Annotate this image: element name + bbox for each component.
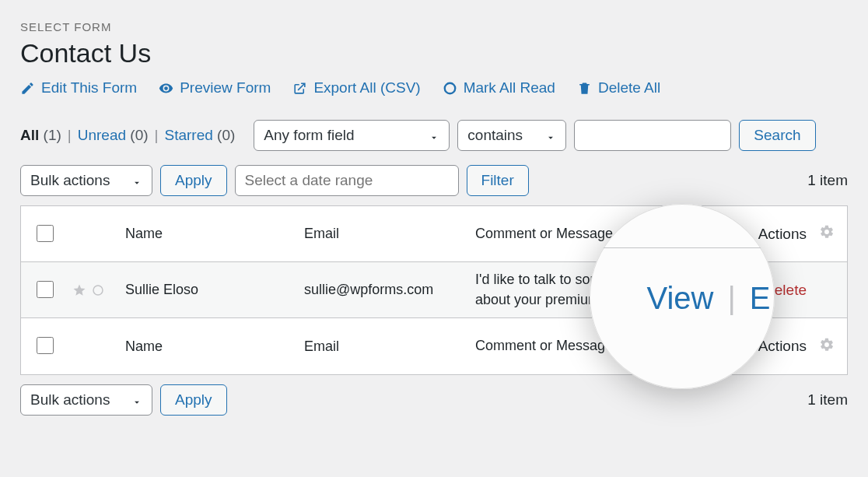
col-header-name[interactable]: Name	[125, 226, 304, 242]
circle-icon	[443, 81, 457, 96]
eye-icon	[159, 81, 173, 96]
tab-unread-label: Unread	[78, 127, 126, 143]
svg-point-0	[93, 286, 103, 295]
export-icon	[292, 81, 307, 96]
cell-email: sullie@wpforms.com	[304, 282, 475, 298]
chevron-down-icon	[429, 130, 439, 141]
col-header-email[interactable]: Email	[304, 226, 475, 242]
tab-all-label: All	[20, 127, 39, 143]
separator: |	[727, 281, 735, 316]
bulk-row-bottom: Bulk actions Apply 1 item	[20, 384, 848, 416]
tab-starred-count: (0)	[217, 127, 235, 143]
tab-starred[interactable]: Starred (0)	[165, 127, 236, 144]
mark-all-read-link[interactable]: Mark All Read	[443, 79, 555, 96]
star-icon[interactable]	[72, 283, 86, 297]
preview-form-link[interactable]: Preview Form	[159, 79, 271, 96]
bulk-actions-select[interactable]: Bulk actions	[20, 165, 152, 196]
tab-starred-label: Starred	[165, 127, 213, 143]
tab-all[interactable]: All (1)	[20, 127, 61, 144]
operator-select[interactable]: contains	[457, 120, 566, 151]
mark-all-read-label: Mark All Read	[464, 79, 555, 96]
table-settings-gear-bottom[interactable]	[807, 337, 835, 356]
apply-button[interactable]: Apply	[160, 165, 227, 196]
trash-icon	[577, 81, 592, 96]
bulk-actions-value-bottom: Bulk actions	[30, 391, 110, 409]
select-form-label: SELECT FORM	[20, 20, 848, 33]
magnified-view-link: View	[646, 281, 713, 316]
status-tabs: All (1) | Unread (0) | Starred (0)	[20, 127, 235, 144]
chevron-down-icon	[545, 130, 556, 141]
search-input[interactable]	[574, 120, 731, 151]
export-csv-label: Export All (CSV)	[313, 79, 420, 96]
select-all-checkbox-bottom[interactable]	[37, 337, 54, 354]
bulk-actions-value: Bulk actions	[30, 172, 110, 189]
gear-icon	[819, 224, 835, 240]
bulk-actions-select-bottom[interactable]: Bulk actions	[20, 384, 152, 416]
export-csv-link[interactable]: Export All (CSV)	[292, 79, 420, 96]
magnifier-divider	[590, 247, 775, 248]
filter-row: All (1) | Unread (0) | Starred (0) Any f…	[20, 120, 848, 151]
tab-all-count: (1)	[44, 127, 61, 143]
pencil-icon	[20, 81, 35, 96]
filter-button[interactable]: Filter	[467, 165, 529, 196]
gear-icon	[819, 337, 835, 352]
item-count-bottom: 1 item	[807, 391, 848, 409]
delete-all-link[interactable]: Delete All	[577, 79, 660, 96]
cell-name: Sullie Eloso	[125, 282, 304, 298]
item-count-top: 1 item	[807, 172, 848, 189]
bulk-row-top: Bulk actions Apply Filter 1 item	[20, 165, 848, 196]
table-settings-gear[interactable]	[807, 224, 835, 244]
page-title: Contact Us	[20, 38, 848, 68]
read-status-icon[interactable]	[91, 283, 105, 297]
search-button[interactable]: Search	[739, 120, 815, 151]
edit-form-label: Edit This Form	[41, 79, 137, 96]
separator: |	[153, 127, 160, 144]
chevron-down-icon	[131, 175, 142, 186]
row-checkbox[interactable]	[37, 281, 54, 298]
date-range-input[interactable]	[235, 165, 459, 196]
preview-form-label: Preview Form	[180, 79, 271, 96]
action-bar: Edit This Form Preview Form Export All (…	[20, 79, 848, 96]
separator: |	[66, 127, 73, 144]
col-footer-name[interactable]: Name	[125, 338, 304, 355]
tab-unread[interactable]: Unread (0)	[78, 127, 149, 144]
apply-button-bottom[interactable]: Apply	[160, 384, 227, 416]
select-all-checkbox[interactable]	[37, 225, 54, 242]
magnifier-overlay: View | E	[590, 204, 775, 389]
field-select[interactable]: Any form field	[254, 120, 450, 151]
field-select-value: Any form field	[264, 127, 354, 144]
col-footer-email[interactable]: Email	[304, 338, 475, 355]
tab-unread-count: (0)	[130, 127, 148, 143]
edit-form-link[interactable]: Edit This Form	[20, 79, 137, 96]
operator-select-value: contains	[467, 127, 523, 144]
chevron-down-icon	[131, 395, 142, 405]
delete-all-label: Delete All	[598, 79, 660, 96]
magnified-edit-partial: E	[750, 281, 771, 316]
